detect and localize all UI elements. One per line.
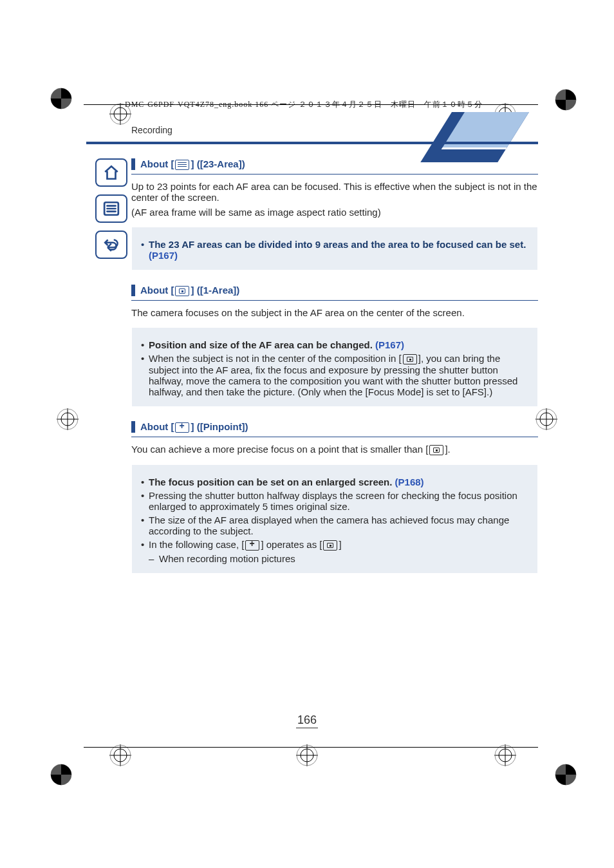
page-link[interactable]: (P168)	[395, 476, 424, 487]
note-box: The focus position can be set on an enla…	[131, 464, 538, 574]
section-title: Recording	[131, 125, 538, 135]
registration-mark	[109, 744, 131, 766]
source-file-header: DMC-G6PDF-VQT4Z78_eng.book 166 ページ ２０１３年…	[125, 99, 483, 110]
about-23-area: About [] ([23-Area]) Up to 23 points for…	[131, 158, 538, 270]
manual-page: DMC-G6PDF-VQT4Z78_eng.book 166 ページ ２０１３年…	[0, 0, 614, 868]
af-1-area-icon	[323, 540, 337, 551]
registration-mark	[296, 744, 318, 766]
af-1-area-icon	[175, 286, 189, 296]
af-1-area-icon	[403, 354, 417, 364]
registration-mark	[494, 744, 516, 766]
registration-mark	[57, 408, 79, 430]
section-divider	[86, 142, 538, 144]
note-text: Position and size of the AF area can be …	[149, 339, 375, 350]
note-text: The 23 AF areas can be divided into 9 ar…	[149, 239, 526, 250]
about-1-area: About [] ([1-Area]) The camera focuses o…	[131, 285, 538, 407]
registration-mark	[535, 408, 557, 430]
note-text: Pressing the shutter button halfway disp…	[141, 490, 528, 512]
heading-text: ] ([23-Area])	[191, 158, 245, 169]
title-marker	[131, 158, 135, 170]
note-text: When the subject is not in the center of…	[149, 353, 402, 364]
registration-mark	[50, 88, 72, 109]
heading-text: About [	[140, 421, 174, 432]
body-text: You can achieve a more precise focus on …	[131, 444, 538, 455]
heading-text: ] ([1-Area])	[191, 285, 239, 296]
crop-line-bottom	[84, 747, 538, 748]
page-number: 166	[0, 713, 614, 727]
heading-text: About [	[140, 285, 174, 296]
note-text: ]	[339, 539, 341, 550]
heading-text: About [	[140, 158, 174, 169]
af-pinpoint-icon	[175, 422, 189, 433]
body-text: Up to 23 points for each AF area can be …	[131, 181, 538, 203]
note-text: In the following case, [	[149, 539, 244, 550]
registration-mark	[555, 89, 577, 111]
af-pinpoint-icon	[245, 540, 259, 551]
registration-mark	[50, 764, 72, 786]
title-marker	[131, 421, 135, 433]
body-text: (AF area frame will be same as image asp…	[131, 207, 538, 218]
af-1-area-icon	[429, 445, 443, 455]
note-box: The 23 AF areas can be divided into 9 ar…	[131, 227, 538, 270]
title-marker	[131, 285, 135, 296]
note-text: The focus position can be set on an enla…	[149, 476, 395, 487]
heading-text: ] ([Pinpoint])	[191, 421, 248, 432]
note-text: When recording motion pictures	[149, 553, 528, 564]
af-23-area-icon	[175, 160, 189, 170]
about-pinpoint: About [] ([Pinpoint]) You can achieve a …	[131, 421, 538, 574]
note-text: ] operates as [	[261, 539, 322, 550]
note-text: The size of the AF area displayed when t…	[141, 514, 528, 536]
registration-mark	[555, 764, 577, 786]
note-box: Position and size of the AF area can be …	[131, 327, 538, 407]
page-link[interactable]: (P167)	[149, 250, 178, 261]
page-link[interactable]: (P167)	[375, 339, 404, 350]
body-text: The camera focuses on the subject in the…	[131, 307, 538, 318]
